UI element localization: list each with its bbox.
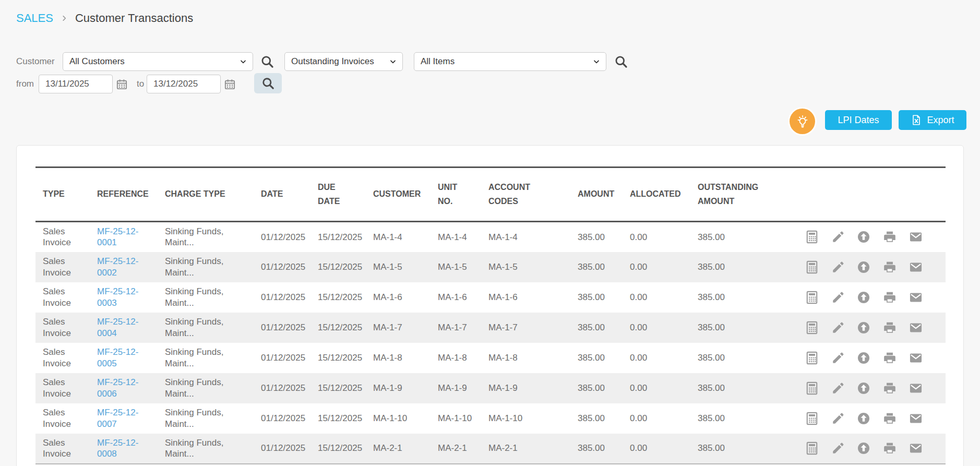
email-envelope-icon[interactable] — [909, 260, 923, 274]
email-envelope-icon[interactable] — [909, 321, 923, 334]
cell-due-date: 15/12/2025 — [318, 252, 373, 282]
row-actions — [805, 313, 946, 343]
column-header-date: DATE — [261, 168, 318, 222]
reference-link[interactable]: MF-25-12-0004 — [97, 317, 138, 338]
cell-amount: 385.00 — [578, 252, 630, 282]
email-envelope-icon[interactable] — [909, 351, 923, 365]
reference-link[interactable]: MF-25-12-0006 — [97, 377, 138, 398]
printer-icon[interactable] — [883, 260, 897, 274]
column-header-unit-no: UNIT NO. — [438, 168, 488, 222]
to-date-input[interactable] — [147, 75, 221, 93]
cell-reference: MF-25-12-0007 — [97, 403, 165, 434]
breadcrumb-sales-link[interactable]: SALES — [16, 11, 53, 25]
calendar-icon[interactable] — [224, 78, 236, 90]
calculator-icon[interactable] — [805, 441, 819, 455]
cell-reference: MF-25-12-0001 — [97, 222, 165, 252]
search-button[interactable] — [254, 73, 282, 93]
email-envelope-icon[interactable] — [909, 441, 923, 455]
column-header-due-date: DUE DATE — [318, 168, 373, 222]
email-envelope-icon[interactable] — [909, 291, 923, 304]
column-header-outstanding-amount: OUTSTANDING AMOUNT — [698, 168, 805, 222]
reference-link[interactable]: MF-25-12-0002 — [97, 256, 138, 277]
lpi-dates-button[interactable]: LPI Dates — [825, 110, 892, 130]
from-date-input[interactable] — [39, 75, 113, 93]
email-envelope-icon[interactable] — [909, 412, 923, 425]
column-header-amount: AMOUNT — [578, 168, 630, 222]
cell-date: 01/12/2025 — [261, 313, 318, 343]
edit-pencil-icon[interactable] — [831, 441, 845, 455]
row-actions — [805, 373, 946, 403]
items-search-icon[interactable] — [614, 54, 628, 69]
edit-pencil-icon[interactable] — [831, 321, 845, 334]
email-envelope-icon[interactable] — [909, 381, 923, 395]
cell-allocated: 0.00 — [630, 252, 698, 282]
upload-arrow-icon[interactable] — [857, 260, 870, 274]
edit-pencil-icon[interactable] — [831, 351, 845, 365]
reference-link[interactable]: MF-25-12-0003 — [97, 286, 138, 307]
edit-pencil-icon[interactable] — [831, 291, 845, 304]
edit-pencil-icon[interactable] — [831, 260, 845, 274]
chevron-right-icon — [61, 15, 68, 22]
cell-outstanding-amount: 385.00 — [698, 434, 805, 464]
calculator-icon[interactable] — [805, 381, 819, 395]
printer-icon[interactable] — [883, 412, 897, 425]
cell-customer: MA-1-9 — [373, 373, 438, 403]
invoice-status-select[interactable]: Outstanding Invoices — [284, 52, 403, 71]
printer-icon[interactable] — [883, 321, 897, 334]
cell-unit-no: MA-1-7 — [438, 313, 488, 343]
cell-customer: MA-2-1 — [373, 434, 438, 464]
reference-link[interactable]: MF-25-12-0007 — [97, 408, 138, 428]
upload-arrow-icon[interactable] — [857, 441, 870, 455]
customer-search-icon[interactable] — [260, 54, 274, 69]
reference-link[interactable]: MF-25-12-0005 — [97, 347, 138, 368]
upload-arrow-icon[interactable] — [857, 412, 870, 425]
edit-pencil-icon[interactable] — [831, 230, 845, 244]
row-actions — [805, 222, 946, 252]
printer-icon[interactable] — [883, 230, 897, 244]
reference-link[interactable]: MF-25-12-0001 — [97, 226, 138, 247]
cell-account-codes: MA-1-6 — [488, 282, 578, 313]
cell-reference: MF-25-12-0005 — [97, 343, 165, 373]
cell-amount: 385.00 — [578, 434, 630, 464]
printer-icon[interactable] — [883, 381, 897, 395]
cell-date: 01/12/2025 — [261, 434, 318, 464]
row-actions — [805, 343, 946, 373]
cell-type: Sales Invoice — [35, 373, 97, 403]
printer-icon[interactable] — [883, 291, 897, 304]
upload-arrow-icon[interactable] — [857, 291, 870, 304]
cell-type: Sales Invoice — [35, 282, 97, 313]
upload-arrow-icon[interactable] — [857, 351, 870, 365]
email-envelope-icon[interactable] — [909, 230, 923, 244]
transactions-table: TYPE REFERENCE CHARGE TYPE DATE DUE DATE… — [35, 166, 946, 464]
cell-due-date: 15/12/2025 — [318, 222, 373, 252]
edit-pencil-icon[interactable] — [831, 381, 845, 395]
printer-icon[interactable] — [883, 441, 897, 455]
upload-arrow-icon[interactable] — [857, 321, 870, 334]
row-actions — [805, 282, 946, 313]
calculator-icon[interactable] — [805, 260, 819, 274]
calculator-icon[interactable] — [805, 321, 819, 334]
upload-arrow-icon[interactable] — [857, 230, 870, 244]
calculator-icon[interactable] — [805, 230, 819, 244]
edit-pencil-icon[interactable] — [831, 412, 845, 425]
export-button[interactable]: Export — [899, 110, 966, 130]
calculator-icon[interactable] — [805, 291, 819, 304]
table-row: Sales Invoice MF-25-12-0006 Sinking Fund… — [35, 373, 946, 403]
customer-select[interactable]: All Customers — [63, 52, 253, 71]
breadcrumb: SALES Customer Transactions — [16, 11, 193, 25]
cell-account-codes: MA-2-1 — [488, 434, 578, 464]
cell-account-codes: MA-1-4 — [488, 222, 578, 252]
upload-arrow-icon[interactable] — [857, 381, 870, 395]
calendar-icon[interactable] — [116, 78, 128, 90]
calculator-icon[interactable] — [805, 351, 819, 365]
hint-lightbulb-button[interactable] — [790, 109, 815, 134]
reference-link[interactable]: MF-25-12-0008 — [97, 438, 138, 459]
cell-reference: MF-25-12-0003 — [97, 282, 165, 313]
calculator-icon[interactable] — [805, 412, 819, 425]
cell-allocated: 0.00 — [630, 282, 698, 313]
cell-unit-no: MA-1-6 — [438, 282, 488, 313]
printer-icon[interactable] — [883, 351, 897, 365]
items-select[interactable]: All Items — [414, 52, 606, 71]
row-actions — [805, 434, 946, 464]
cell-allocated: 0.00 — [630, 373, 698, 403]
